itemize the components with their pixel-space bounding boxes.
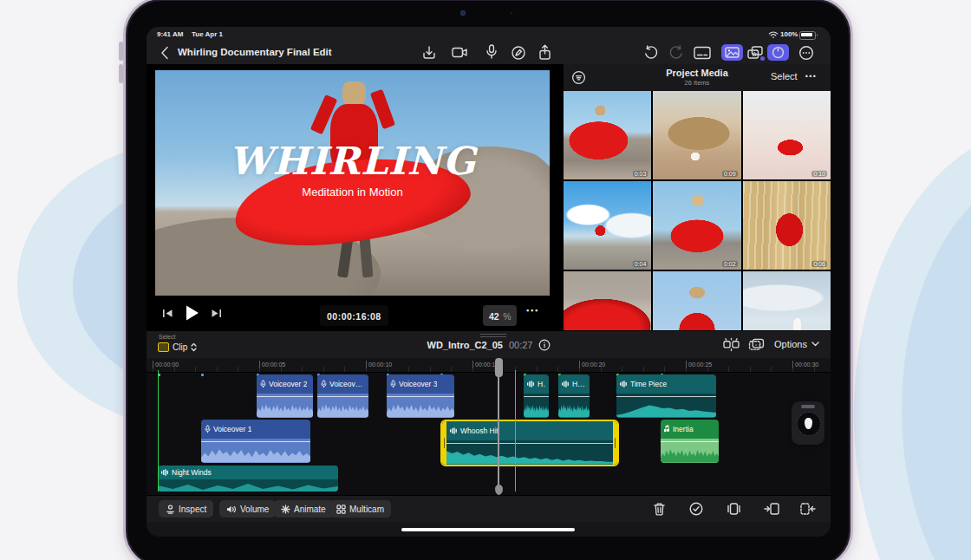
- timeline-clip-inertia[interactable]: Inertia: [661, 420, 719, 463]
- media-item[interactable]: 0:02: [653, 181, 740, 270]
- share-icon[interactable]: [538, 44, 552, 61]
- next-frame-button[interactable]: [211, 308, 222, 319]
- viewer-video[interactable]: WHIRLING Meditation in Motion: [155, 70, 550, 296]
- timeline-clip-h[interactable]: H…: [524, 374, 549, 418]
- media-item[interactable]: 0:06: [743, 181, 831, 270]
- media-item[interactable]: [743, 271, 831, 330]
- multicam-grid-icon: [336, 505, 346, 514]
- bottom-toolbar: Inspect Volume Animate Multicam: [147, 495, 831, 522]
- jog-wheel-grip[interactable]: [801, 405, 815, 408]
- home-indicator[interactable]: [401, 528, 575, 531]
- connected-clips-icon[interactable]: [722, 337, 740, 352]
- select-mode-dropdown[interactable]: Clip: [158, 342, 197, 352]
- ipad-frame: 9:41 AM Tue Apr 1 100% Whirling Document…: [123, 0, 853, 560]
- timeline-clip-night-winds[interactable]: Night Winds: [158, 466, 338, 492]
- sensor-dot: [511, 12, 512, 14]
- previous-frame-button[interactable]: [162, 308, 173, 319]
- zoom-value: 42: [489, 311, 499, 322]
- media-item[interactable]: 0:10: [743, 91, 831, 179]
- mic-icon: [205, 425, 211, 433]
- trim-handle-right[interactable]: [613, 421, 617, 465]
- project-title: Whirling Documentary Final Edit: [178, 47, 332, 57]
- jog-wheel-dial[interactable]: [797, 412, 821, 436]
- animate-button[interactable]: Animate: [274, 500, 333, 518]
- overwrite-clip-icon[interactable]: [800, 503, 816, 515]
- mic-icon: [260, 380, 266, 388]
- media-duration: 0:06: [811, 261, 827, 267]
- trim-handle-left[interactable]: [442, 421, 446, 465]
- delete-icon[interactable]: [653, 502, 666, 516]
- insert-clip-icon[interactable]: [764, 503, 779, 515]
- options-dropdown[interactable]: Options: [774, 339, 819, 349]
- info-icon[interactable]: [538, 339, 551, 351]
- volume-button[interactable]: Volume: [219, 500, 276, 518]
- timeline-clip-voiceover3[interactable]: Voiceover 3: [387, 374, 454, 418]
- media-browser-button[interactable]: [721, 44, 743, 61]
- effects-browser-icon[interactable]: [745, 44, 766, 61]
- play-button[interactable]: [185, 304, 200, 322]
- mic-icon: [321, 380, 327, 388]
- audio-bars-icon: [620, 381, 628, 387]
- draw-pencil-icon[interactable]: [511, 45, 526, 61]
- viewer: WHIRLING Meditation in Motion 00:00:16:0…: [147, 64, 558, 330]
- select-mode-label: Select: [159, 334, 175, 340]
- video-title: WHIRLING: [155, 140, 550, 182]
- back-button[interactable]: [160, 46, 169, 60]
- speaker-icon: [226, 505, 237, 514]
- clip-marker-dot: [201, 374, 204, 376]
- video-subtitle: Meditation in Motion: [155, 186, 550, 199]
- viewer-more-button[interactable]: ⋯: [525, 303, 539, 318]
- ruler-label: 00:00:10: [366, 361, 392, 368]
- timeline-clip-high[interactable]: High…: [558, 374, 590, 418]
- undo-icon[interactable]: [643, 45, 659, 61]
- ruler-label: 00:00:30: [792, 361, 818, 368]
- timeline-clip-voiceover2b[interactable]: Voiceover 2: [317, 374, 368, 418]
- timecode-display[interactable]: 00:00:16:08: [320, 305, 388, 326]
- playhead-handle-bottom[interactable]: [495, 485, 503, 495]
- overlay-view-icon[interactable]: [748, 338, 765, 351]
- multicam-button[interactable]: Multicam: [329, 500, 391, 518]
- playhead-handle-top[interactable]: [495, 358, 503, 377]
- zoom-level-control[interactable]: 42 %: [483, 305, 517, 326]
- media-item[interactable]: [564, 271, 651, 330]
- front-camera: [460, 10, 466, 16]
- timeline-clip-voiceover2a[interactable]: Voiceover 2: [257, 374, 313, 418]
- timeline-header: Select Clip WD_Intro_C2_05 00:27 Op: [147, 330, 831, 360]
- ruler-label: 00:00:00: [153, 361, 179, 368]
- chevron-down-icon: [811, 342, 819, 347]
- jog-wheel-toggle-button[interactable]: [767, 44, 789, 61]
- timeline-clip-whoosh-hit-selected[interactable]: Whoosh Hit: [440, 420, 619, 466]
- options-label: Options: [774, 339, 807, 349]
- panel-more-button[interactable]: ⋯: [805, 68, 817, 82]
- connect-clip-icon[interactable]: [727, 503, 741, 515]
- jog-wheel[interactable]: [792, 401, 824, 445]
- select-button[interactable]: Select: [771, 71, 798, 81]
- filter-icon[interactable]: [571, 70, 586, 85]
- inspector-icon: [166, 505, 175, 514]
- microphone-icon[interactable]: [486, 44, 498, 60]
- record-camera-icon[interactable]: [452, 46, 468, 59]
- status-date: Tue Apr 1: [192, 30, 223, 38]
- more-options-icon[interactable]: [798, 45, 814, 61]
- media-item[interactable]: 0:09: [653, 91, 740, 179]
- main-content: WHIRLING Meditation in Motion 00:00:16:0…: [147, 64, 831, 330]
- media-duration: 0:02: [722, 261, 738, 267]
- media-item[interactable]: [653, 271, 740, 330]
- approve-check-icon[interactable]: [689, 502, 703, 516]
- media-item[interactable]: 0:03: [564, 91, 651, 179]
- ruler-label: 00:00:20: [579, 361, 605, 368]
- redo-icon[interactable]: [668, 45, 684, 61]
- animate-icon: [281, 505, 290, 514]
- inspect-button[interactable]: Inspect: [159, 500, 213, 518]
- audio-bars-icon: [161, 469, 169, 476]
- playhead-line[interactable]: [498, 358, 499, 492]
- import-icon[interactable]: [421, 45, 437, 61]
- timeline-clip-time-piece[interactable]: Time Piece: [616, 374, 716, 418]
- timeline-tracks[interactable]: 00:00:00 00:00:05 00:00:10 00:00:15 00:0…: [147, 358, 831, 495]
- titles-captions-icon[interactable]: [694, 46, 711, 60]
- media-item[interactable]: 0:04: [564, 181, 651, 270]
- clip-grab-handle[interactable]: [480, 334, 506, 337]
- panel-title: Project Media: [624, 68, 770, 78]
- timeline-clip-voiceover1[interactable]: Voiceover 1: [201, 420, 310, 463]
- timeline-ruler[interactable]: 00:00:00 00:00:05 00:00:10 00:00:15 00:0…: [147, 358, 831, 373]
